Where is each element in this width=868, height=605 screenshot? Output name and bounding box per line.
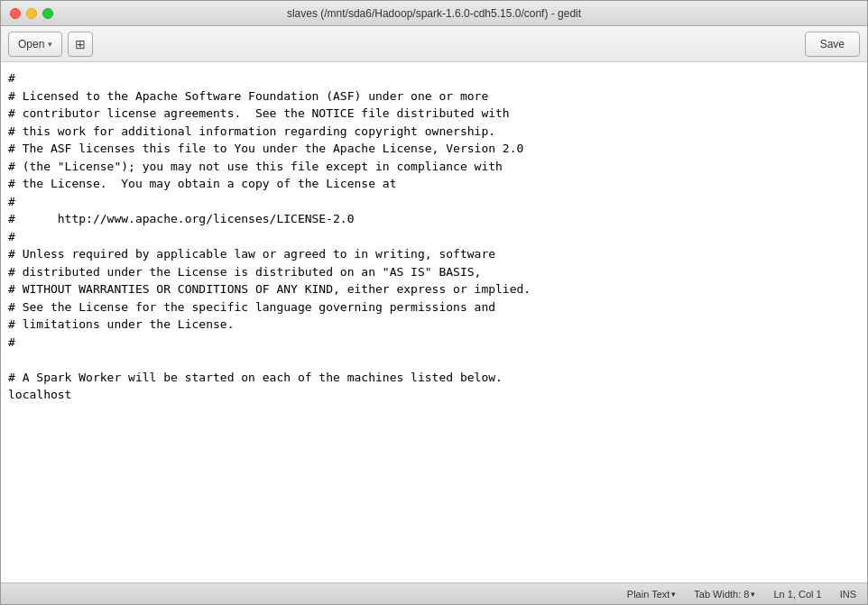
toolbar: Open ▾ ⊞ Save [1,26,867,62]
editor-content[interactable]: # # Licensed to the Apache Software Foun… [1,66,867,579]
main-window: slaves (/mnt/sda6/Hadoop/spark-1.6.0-cdh… [0,0,868,605]
open-button[interactable]: Open ▾ [8,32,62,57]
window-title: slaves (/mnt/sda6/Hadoop/spark-1.6.0-cdh… [287,7,581,20]
close-button[interactable] [10,8,21,19]
position-label: Ln 1, Col 1 [773,589,821,600]
cursor-position: Ln 1, Col 1 [773,589,821,600]
ins-label: INS [840,589,856,600]
save-button[interactable]: Save [805,32,860,57]
plain-text-label: Plain Text [627,589,670,600]
open-dropdown-arrow: ▾ [48,40,52,49]
minimize-button[interactable] [26,8,37,19]
editor-area[interactable]: # # Licensed to the Apache Software Foun… [1,62,867,582]
tab-width-dropdown[interactable]: Tab Width: 8 ▾ [694,589,755,600]
tab-width-label: Tab Width: 8 [694,589,749,600]
statusbar: Plain Text ▾ Tab Width: 8 ▾ Ln 1, Col 1 … [1,582,867,604]
toggle-panel-button[interactable]: ⊞ [68,32,93,57]
insert-mode: INS [840,589,856,600]
maximize-button[interactable] [42,8,53,19]
plain-text-dropdown[interactable]: Plain Text ▾ [627,589,677,600]
panel-icon: ⊞ [75,37,86,51]
plain-text-arrow: ▾ [671,590,676,599]
titlebar: slaves (/mnt/sda6/Hadoop/spark-1.6.0-cdh… [1,1,867,26]
open-label: Open [18,38,44,50]
tab-width-arrow: ▾ [751,590,755,599]
traffic-lights [10,8,53,19]
